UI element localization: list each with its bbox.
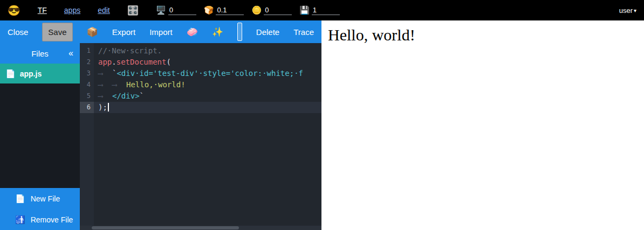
user-menu-label: user — [619, 6, 633, 15]
code-line[interactable]: 3⟶`<div·id='test-div'·style='color:·whit… — [80, 68, 321, 79]
topbar: 😎 TF apps edit 🎛️ 🖥️ 0 🍞 0.1 🪙 0 💾 1 — [0, 0, 644, 20]
monitor-icon: 🖥️ — [156, 5, 166, 15]
new-file-label: New File — [31, 194, 60, 203]
collapse-sidebar-icon[interactable]: « — [68, 48, 73, 58]
coin-value-field[interactable]: 0 — [264, 6, 292, 15]
line-content: app.setDocument( — [94, 57, 171, 68]
caret-down-icon: ▾ — [634, 8, 636, 13]
line-number: 5 — [80, 90, 94, 102]
code-editor[interactable]: 1//·New·script.2app.setDocument(3⟶`<div·… — [80, 43, 321, 230]
line-content: ⟶⟶Hello,·world! — [94, 79, 186, 90]
code-line[interactable]: 1//·New·script. — [80, 45, 321, 57]
files-title: Files — [31, 49, 49, 58]
line-content: ⟶</div>` — [94, 90, 144, 102]
line-content: ⟶`<div·id='test-div'·style='color:·white… — [94, 68, 303, 79]
stat-cpu: 🖥️ 0 — [156, 5, 196, 15]
delete-button[interactable]: Delete — [256, 28, 279, 36]
files-sidebar: Files « 📄 app.js 📄 New File 🚮 Remove — [0, 43, 80, 230]
workspace: Files « 📄 app.js 📄 New File 🚮 Remove — [0, 43, 321, 230]
file-name: app.js — [20, 69, 42, 78]
empty-button[interactable] — [237, 23, 242, 41]
files-header: Files « — [0, 43, 80, 64]
code-line[interactable]: 2app.setDocument( — [80, 57, 321, 68]
code-line[interactable]: 6); — [80, 102, 321, 113]
import-button[interactable]: Import — [149, 28, 173, 36]
line-number: 3 — [80, 68, 94, 79]
trace-button[interactable]: Trace — [293, 28, 314, 36]
editor-toolbar: Close Save 📦 Export Import 🧼 ✨ Delete Tr… — [0, 20, 321, 43]
package-icon[interactable]: 📦 — [87, 27, 98, 37]
code-lines: 1//·New·script.2app.setDocument(3⟶`<div·… — [80, 45, 321, 113]
coin-icon: 🪙 — [251, 5, 262, 15]
file-item-appjs[interactable]: 📄 app.js — [0, 64, 80, 83]
new-file-button[interactable]: 📄 New File — [0, 188, 80, 209]
line-number: 2 — [80, 57, 94, 68]
preview-output-text: Hello, world! — [328, 26, 638, 45]
text-cursor — [108, 103, 109, 111]
stat-storage: 💾 1 — [299, 5, 340, 15]
code-line[interactable]: 4⟶⟶Hello,·world! — [80, 79, 321, 90]
nav-link-tf[interactable]: TF — [38, 6, 47, 15]
save-button[interactable]: Save — [42, 23, 72, 41]
line-number: 4 — [80, 79, 94, 90]
line-content: //·New·script. — [94, 45, 162, 57]
stats-group: 🖥️ 0 🍞 0.1 🪙 0 💾 1 — [156, 5, 340, 15]
new-file-icon: 📄 — [15, 194, 25, 204]
stat-coin: 🪙 0 — [251, 5, 292, 15]
app-preview: Hello, world! — [321, 20, 644, 230]
editor-pane: Close Save 📦 Export Import 🧼 ✨ Delete Tr… — [0, 20, 321, 230]
line-number: 1 — [80, 45, 94, 57]
smiley-logo-icon: 😎 — [8, 5, 20, 16]
cpu-value-field[interactable]: 0 — [168, 6, 196, 15]
sparkles-icon[interactable]: ✨ — [212, 27, 223, 37]
horizontal-scrollbar-thumb[interactable] — [92, 226, 239, 229]
user-menu[interactable]: user ▾ — [619, 6, 636, 15]
storage-value-field[interactable]: 1 — [312, 6, 340, 15]
main-content: Close Save 📦 Export Import 🧼 ✨ Delete Tr… — [0, 20, 644, 230]
horizontal-scrollbar[interactable] — [80, 226, 321, 230]
stat-bread: 🍞 0.1 — [204, 5, 244, 15]
bread-icon: 🍞 — [204, 5, 214, 15]
bread-value-field[interactable]: 0.1 — [216, 6, 244, 15]
line-number: 6 — [80, 102, 94, 113]
nav-link-edit[interactable]: edit — [98, 6, 110, 15]
file-list-empty-area — [0, 83, 80, 188]
control-panel-icon[interactable]: 🎛️ — [127, 6, 139, 15]
remove-file-icon: 🚮 — [15, 215, 25, 225]
code-line[interactable]: 5⟶</div>` — [80, 90, 321, 102]
app-window: 😎 TF apps edit 🎛️ 🖥️ 0 🍞 0.1 🪙 0 💾 1 — [0, 0, 644, 230]
file-icon: 📄 — [5, 69, 16, 79]
close-button[interactable]: Close — [8, 28, 28, 36]
floppy-icon: 💾 — [299, 5, 310, 15]
nav-link-apps[interactable]: apps — [64, 6, 80, 15]
remove-file-button[interactable]: 🚮 Remove File — [0, 209, 80, 230]
soap-icon[interactable]: 🧼 — [187, 27, 198, 37]
line-content: ); — [94, 102, 109, 113]
remove-file-label: Remove File — [31, 215, 73, 224]
export-button[interactable]: Export — [112, 28, 135, 36]
